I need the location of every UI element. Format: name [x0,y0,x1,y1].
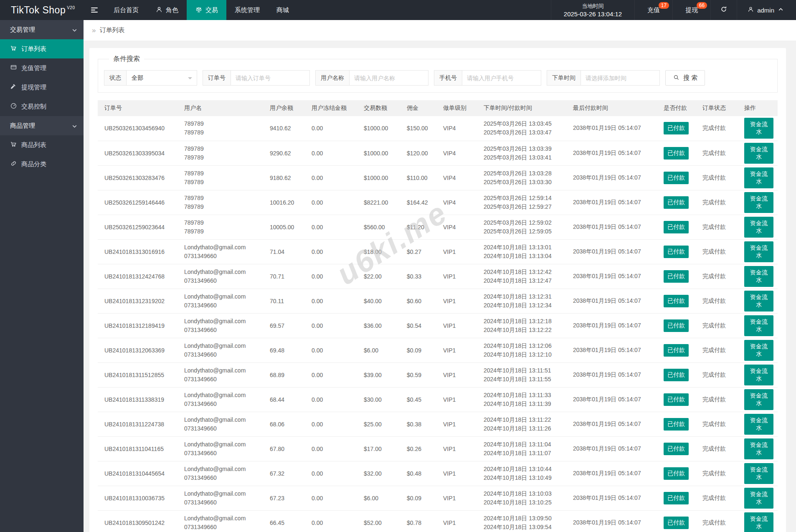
table-row: UB2410181311224738Londythato@gmail.com07… [98,412,778,436]
vip-level: VIP1 [439,313,479,338]
table-row: UB2410181312063369Londythato@gmail.com07… [98,338,778,362]
user-menu[interactable]: admin [737,0,796,20]
nav-item-dashboard[interactable]: 后台首页 [105,0,147,20]
fund-flow-button[interactable]: 资金流水 [744,118,773,139]
order-no-filter: 订单号 [203,70,310,86]
sidebar-item-recharge-management[interactable]: 充值管理 [0,58,84,78]
fund-flow-button[interactable]: 资金流水 [744,340,773,361]
user-frozen: 0.00 [307,215,360,239]
commission: $0.45 [403,387,439,412]
nav-item-system[interactable]: 系统管理 [226,0,268,20]
sidebar-item-product-category[interactable]: 商品分类 [0,155,84,174]
fund-flow-button[interactable]: 资金流水 [744,512,773,532]
fund-flow-button[interactable]: 资金流水 [744,414,773,435]
sidebar-item-product-list[interactable]: 商品列表 [0,135,84,155]
nav-item-roles[interactable]: 角色 [147,0,187,20]
paid-badge: 已付款 [664,418,689,431]
phone-label: 手机号 [434,70,462,86]
user-frozen: 0.00 [307,510,360,532]
sidebar-group-trade-management[interactable]: 交易管理 [0,20,84,39]
order-no-input[interactable] [231,70,310,86]
nav-item-mall[interactable]: 商城 [268,0,297,20]
table-row: UB2410181310036735Londythato@gmail.com07… [98,486,778,510]
fund-flow-button[interactable]: 资金流水 [744,463,773,484]
fund-flow-button[interactable]: 资金流水 [744,488,773,509]
status-filter: 状态 全部 [104,70,197,86]
vip-level: VIP1 [439,412,479,436]
table-row: UB25032613033950347897897897899290.620.0… [98,141,778,165]
order-no-label: 订单号 [203,70,231,86]
user-name-input[interactable] [349,70,428,86]
vip-level: VIP1 [439,461,479,486]
user-name: Londythato@gmail.com0731349660 [180,239,266,264]
fund-flow-button[interactable]: 资金流水 [744,365,773,385]
commission: $0.48 [403,461,439,486]
withdraw-button[interactable]: 提现 66 [672,0,710,20]
fund-flow-button[interactable]: 资金流水 [744,266,773,287]
sidebar-group-product-management[interactable]: 商品管理 [0,116,84,135]
fund-flow-button[interactable]: 资金流水 [744,389,773,410]
user-name: 789789789789 [180,116,266,141]
fund-flow-button[interactable]: 资金流水 [744,438,773,459]
refresh-button[interactable] [710,0,737,20]
withdraw-count-badge: 66 [697,2,707,9]
nav-item-trade[interactable]: 交易 [187,0,226,20]
order-time-input[interactable] [581,70,660,86]
main-content: » 订单列表 条件搜索 状态 全部 订单号 [84,20,796,532]
last-pay-time: 2038年01月19日 05:14:07 [569,436,659,461]
search-button[interactable]: 搜 索 [665,70,705,86]
sidebar-item-withdraw-management[interactable]: 提现管理 [0,78,84,97]
trade-amount: $52.00 [360,510,403,532]
table-row: UB2410181309501242Londythato@gmail.com07… [98,510,778,532]
search-legend: 条件搜索 [109,55,144,63]
order-no: UB2503261259023644 [98,215,180,239]
order-pay-time: 2025年03月26日 12:59:022025年03月26日 12:59:05 [479,215,569,239]
col-status: 订单状态 [698,100,740,116]
user-frozen: 0.00 [307,190,360,215]
user-balance: 10016.20 [266,190,307,215]
fund-flow-button[interactable]: 资金流水 [744,167,773,188]
fund-flow-button[interactable]: 资金流水 [744,217,773,238]
user-name: Londythato@gmail.com0731349660 [180,387,266,412]
table-row: UB250326125914644678978978978910016.200.… [98,190,778,215]
recharge-button[interactable]: 充值 17 [634,0,672,20]
search-icon [673,74,680,82]
fund-flow-button[interactable]: 资金流水 [744,315,773,336]
commission: $0.60 [403,289,439,313]
vip-level: VIP1 [439,239,479,264]
cart-icon [10,141,17,149]
order-pay-time: 2025年03月26日 12:59:142025年03月26日 12:59:27 [479,190,569,215]
user-icon [747,6,754,14]
phone-input[interactable] [462,70,541,86]
paid-badge: 已付款 [664,393,689,406]
col-balance: 用户余额 [266,100,307,116]
paid-badge: 已付款 [664,270,689,283]
fund-flow-button[interactable]: 资金流水 [744,192,773,213]
breadcrumb-arrow-icon: » [92,26,96,35]
sidebar-item-order-list[interactable]: 订单列表 [0,39,84,58]
user-name: Londythato@gmail.com0731349660 [180,510,266,532]
fund-flow-button[interactable]: 资金流水 [744,291,773,312]
paid-badge: 已付款 [664,147,689,160]
order-status: 完成付款 [698,486,740,510]
fund-flow-button[interactable]: 资金流水 [744,241,773,262]
paid-badge: 已付款 [664,122,689,134]
sidebar-item-trade-control[interactable]: 交易控制 [0,97,84,116]
user-balance: 9290.62 [266,141,307,165]
user-balance: 9180.62 [266,165,307,190]
order-pay-time: 2024年10月18日 13:12:182024年10月18日 13:12:22 [479,313,569,338]
vip-level: VIP1 [439,436,479,461]
paid-badge: 已付款 [664,369,689,381]
table-row: UB2410181312189419Londythato@gmail.com07… [98,313,778,338]
order-pay-time: 2024年10月18日 13:12:312024年10月18日 13:12:34 [479,289,569,313]
status-select[interactable]: 全部 [126,70,197,86]
recharge-count-badge: 17 [659,2,669,9]
collapse-menu-icon[interactable] [84,0,105,20]
fund-flow-button[interactable]: 资金流水 [744,143,773,164]
user-frozen: 0.00 [307,141,360,165]
chevron-down-icon [71,123,77,129]
user-balance: 70.71 [266,264,307,289]
user-balance: 67.23 [266,486,307,510]
col-order-time: 下单时间/付款时间 [479,100,569,116]
cart-icon [10,45,17,53]
